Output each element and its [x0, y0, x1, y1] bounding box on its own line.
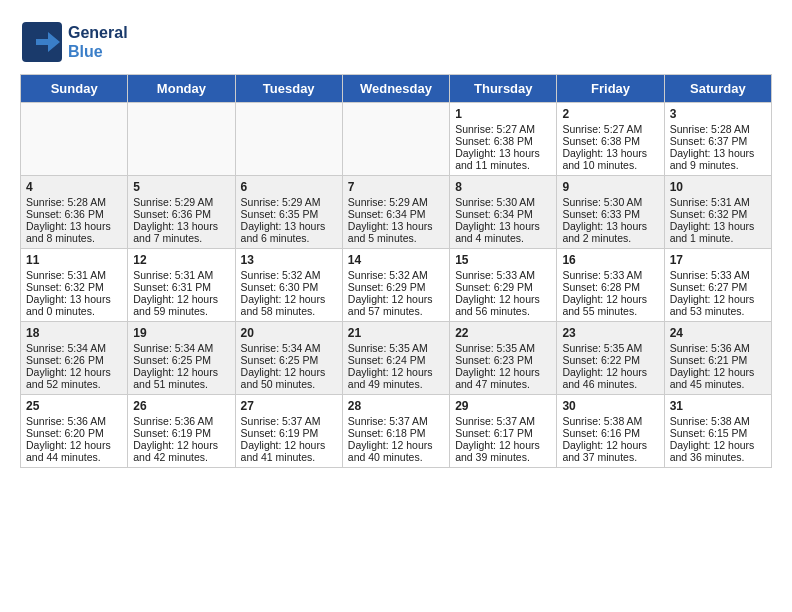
weekday-tuesday: Tuesday — [235, 75, 342, 103]
day-number: 29 — [455, 399, 551, 413]
day-number: 6 — [241, 180, 337, 194]
calendar-body: 1Sunrise: 5:27 AMSunset: 6:38 PMDaylight… — [21, 103, 772, 468]
weekday-saturday: Saturday — [664, 75, 771, 103]
day-cell-10: 10Sunrise: 5:31 AMSunset: 6:32 PMDayligh… — [664, 176, 771, 249]
logo-blue: Blue — [68, 42, 128, 61]
day-cell-28: 28Sunrise: 5:37 AMSunset: 6:18 PMDayligh… — [342, 395, 449, 468]
logo-text: General Blue — [68, 23, 128, 61]
day-info: Sunrise: 5:36 AMSunset: 6:20 PMDaylight:… — [26, 415, 122, 463]
day-info: Sunrise: 5:28 AMSunset: 6:37 PMDaylight:… — [670, 123, 766, 171]
calendar-week-4: 18Sunrise: 5:34 AMSunset: 6:26 PMDayligh… — [21, 322, 772, 395]
day-info: Sunrise: 5:35 AMSunset: 6:22 PMDaylight:… — [562, 342, 658, 390]
day-info: Sunrise: 5:33 AMSunset: 6:29 PMDaylight:… — [455, 269, 551, 317]
day-cell-27: 27Sunrise: 5:37 AMSunset: 6:19 PMDayligh… — [235, 395, 342, 468]
day-info: Sunrise: 5:27 AMSunset: 6:38 PMDaylight:… — [562, 123, 658, 171]
day-number: 18 — [26, 326, 122, 340]
day-cell-25: 25Sunrise: 5:36 AMSunset: 6:20 PMDayligh… — [21, 395, 128, 468]
day-info: Sunrise: 5:36 AMSunset: 6:21 PMDaylight:… — [670, 342, 766, 390]
day-number: 1 — [455, 107, 551, 121]
empty-cell — [21, 103, 128, 176]
logo-general: General — [68, 23, 128, 42]
day-cell-26: 26Sunrise: 5:36 AMSunset: 6:19 PMDayligh… — [128, 395, 235, 468]
logo: General Blue — [20, 20, 128, 64]
day-cell-31: 31Sunrise: 5:38 AMSunset: 6:15 PMDayligh… — [664, 395, 771, 468]
day-info: Sunrise: 5:27 AMSunset: 6:38 PMDaylight:… — [455, 123, 551, 171]
day-info: Sunrise: 5:32 AMSunset: 6:30 PMDaylight:… — [241, 269, 337, 317]
day-cell-8: 8Sunrise: 5:30 AMSunset: 6:34 PMDaylight… — [450, 176, 557, 249]
day-number: 31 — [670, 399, 766, 413]
day-cell-7: 7Sunrise: 5:29 AMSunset: 6:34 PMDaylight… — [342, 176, 449, 249]
day-number: 19 — [133, 326, 229, 340]
day-number: 21 — [348, 326, 444, 340]
day-cell-1: 1Sunrise: 5:27 AMSunset: 6:38 PMDaylight… — [450, 103, 557, 176]
day-cell-21: 21Sunrise: 5:35 AMSunset: 6:24 PMDayligh… — [342, 322, 449, 395]
day-cell-24: 24Sunrise: 5:36 AMSunset: 6:21 PMDayligh… — [664, 322, 771, 395]
day-info: Sunrise: 5:34 AMSunset: 6:25 PMDaylight:… — [133, 342, 229, 390]
empty-cell — [128, 103, 235, 176]
day-cell-29: 29Sunrise: 5:37 AMSunset: 6:17 PMDayligh… — [450, 395, 557, 468]
day-info: Sunrise: 5:31 AMSunset: 6:32 PMDaylight:… — [670, 196, 766, 244]
day-info: Sunrise: 5:30 AMSunset: 6:33 PMDaylight:… — [562, 196, 658, 244]
day-cell-22: 22Sunrise: 5:35 AMSunset: 6:23 PMDayligh… — [450, 322, 557, 395]
day-info: Sunrise: 5:33 AMSunset: 6:28 PMDaylight:… — [562, 269, 658, 317]
day-cell-20: 20Sunrise: 5:34 AMSunset: 6:25 PMDayligh… — [235, 322, 342, 395]
day-info: Sunrise: 5:31 AMSunset: 6:32 PMDaylight:… — [26, 269, 122, 317]
day-number: 25 — [26, 399, 122, 413]
day-number: 15 — [455, 253, 551, 267]
logo-shape — [20, 20, 64, 64]
day-cell-14: 14Sunrise: 5:32 AMSunset: 6:29 PMDayligh… — [342, 249, 449, 322]
day-number: 16 — [562, 253, 658, 267]
day-info: Sunrise: 5:33 AMSunset: 6:27 PMDaylight:… — [670, 269, 766, 317]
day-number: 17 — [670, 253, 766, 267]
day-number: 7 — [348, 180, 444, 194]
day-info: Sunrise: 5:38 AMSunset: 6:16 PMDaylight:… — [562, 415, 658, 463]
weekday-header-row: SundayMondayTuesdayWednesdayThursdayFrid… — [21, 75, 772, 103]
day-number: 26 — [133, 399, 229, 413]
day-number: 27 — [241, 399, 337, 413]
day-cell-5: 5Sunrise: 5:29 AMSunset: 6:36 PMDaylight… — [128, 176, 235, 249]
day-cell-17: 17Sunrise: 5:33 AMSunset: 6:27 PMDayligh… — [664, 249, 771, 322]
day-number: 22 — [455, 326, 551, 340]
day-cell-30: 30Sunrise: 5:38 AMSunset: 6:16 PMDayligh… — [557, 395, 664, 468]
day-cell-4: 4Sunrise: 5:28 AMSunset: 6:36 PMDaylight… — [21, 176, 128, 249]
day-number: 5 — [133, 180, 229, 194]
day-info: Sunrise: 5:35 AMSunset: 6:24 PMDaylight:… — [348, 342, 444, 390]
weekday-wednesday: Wednesday — [342, 75, 449, 103]
day-cell-19: 19Sunrise: 5:34 AMSunset: 6:25 PMDayligh… — [128, 322, 235, 395]
day-cell-18: 18Sunrise: 5:34 AMSunset: 6:26 PMDayligh… — [21, 322, 128, 395]
day-cell-13: 13Sunrise: 5:32 AMSunset: 6:30 PMDayligh… — [235, 249, 342, 322]
day-info: Sunrise: 5:32 AMSunset: 6:29 PMDaylight:… — [348, 269, 444, 317]
day-info: Sunrise: 5:36 AMSunset: 6:19 PMDaylight:… — [133, 415, 229, 463]
weekday-monday: Monday — [128, 75, 235, 103]
day-cell-23: 23Sunrise: 5:35 AMSunset: 6:22 PMDayligh… — [557, 322, 664, 395]
day-number: 28 — [348, 399, 444, 413]
day-number: 12 — [133, 253, 229, 267]
day-info: Sunrise: 5:34 AMSunset: 6:25 PMDaylight:… — [241, 342, 337, 390]
day-info: Sunrise: 5:34 AMSunset: 6:26 PMDaylight:… — [26, 342, 122, 390]
day-info: Sunrise: 5:29 AMSunset: 6:34 PMDaylight:… — [348, 196, 444, 244]
calendar-week-1: 1Sunrise: 5:27 AMSunset: 6:38 PMDaylight… — [21, 103, 772, 176]
day-info: Sunrise: 5:38 AMSunset: 6:15 PMDaylight:… — [670, 415, 766, 463]
day-number: 10 — [670, 180, 766, 194]
day-number: 24 — [670, 326, 766, 340]
day-number: 4 — [26, 180, 122, 194]
empty-cell — [235, 103, 342, 176]
empty-cell — [342, 103, 449, 176]
day-info: Sunrise: 5:29 AMSunset: 6:35 PMDaylight:… — [241, 196, 337, 244]
day-cell-11: 11Sunrise: 5:31 AMSunset: 6:32 PMDayligh… — [21, 249, 128, 322]
calendar-table: SundayMondayTuesdayWednesdayThursdayFrid… — [20, 74, 772, 468]
day-number: 30 — [562, 399, 658, 413]
day-info: Sunrise: 5:35 AMSunset: 6:23 PMDaylight:… — [455, 342, 551, 390]
day-cell-16: 16Sunrise: 5:33 AMSunset: 6:28 PMDayligh… — [557, 249, 664, 322]
day-info: Sunrise: 5:30 AMSunset: 6:34 PMDaylight:… — [455, 196, 551, 244]
calendar-week-2: 4Sunrise: 5:28 AMSunset: 6:36 PMDaylight… — [21, 176, 772, 249]
day-cell-15: 15Sunrise: 5:33 AMSunset: 6:29 PMDayligh… — [450, 249, 557, 322]
weekday-friday: Friday — [557, 75, 664, 103]
day-number: 20 — [241, 326, 337, 340]
day-cell-6: 6Sunrise: 5:29 AMSunset: 6:35 PMDaylight… — [235, 176, 342, 249]
day-cell-12: 12Sunrise: 5:31 AMSunset: 6:31 PMDayligh… — [128, 249, 235, 322]
day-info: Sunrise: 5:37 AMSunset: 6:19 PMDaylight:… — [241, 415, 337, 463]
day-cell-2: 2Sunrise: 5:27 AMSunset: 6:38 PMDaylight… — [557, 103, 664, 176]
day-number: 9 — [562, 180, 658, 194]
day-number: 13 — [241, 253, 337, 267]
